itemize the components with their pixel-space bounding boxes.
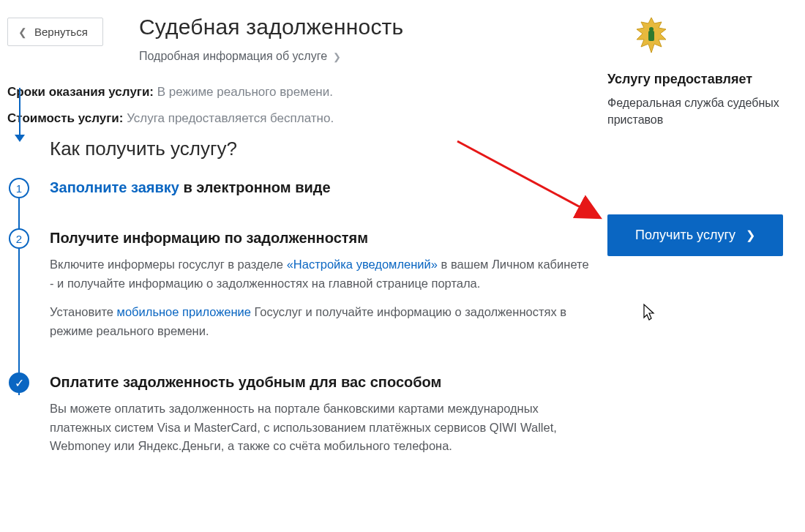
arrow-down-icon	[15, 88, 25, 145]
notification-settings-link[interactable]: «Настройка уведомлений»	[287, 258, 438, 271]
step-2-title: Получите информацию по задолженностям	[50, 230, 593, 247]
provider-name: Федеральная служба судебных приставов	[607, 94, 798, 128]
step-marker-1: 1	[9, 178, 29, 198]
step-3: ✓ Оплатите задолженность удобным для вас…	[50, 374, 593, 456]
chevron-right-icon: ❯	[746, 228, 755, 242]
step-3-title: Оплатите задолженность удобным для вас с…	[50, 374, 593, 391]
step-1-highlight[interactable]: Заполните заявку	[50, 179, 179, 195]
page-title: Судебная задолженность	[139, 15, 593, 40]
svg-rect-0	[648, 31, 654, 41]
mobile-app-link[interactable]: мобильное приложение	[117, 305, 251, 318]
step-marker-2: 2	[9, 228, 29, 249]
chevron-left-icon: ❮	[18, 26, 27, 38]
more-info-link[interactable]: Подробная информация об услуге ❯	[139, 50, 341, 63]
how-title: Как получить услугу?	[50, 138, 593, 160]
step-2-paragraph-1: Включите информеры госуслуг в разделе «Н…	[50, 255, 593, 293]
step-1: 1 Заполните заявку в электронном виде	[50, 179, 593, 196]
step-2: 2 Получите информацию по задолженностям …	[50, 230, 593, 340]
timing-value: В режиме реального времени.	[157, 85, 333, 99]
cta-label: Получить услугу	[635, 228, 735, 243]
provider-heading: Услугу предоставляет	[607, 72, 798, 87]
back-label: Вернуться	[34, 26, 88, 38]
back-button[interactable]: ❮ Вернуться	[7, 18, 103, 46]
step-1-rest: в электронном виде	[179, 179, 331, 195]
provider-emblem-icon	[629, 15, 673, 59]
step-marker-check: ✓	[9, 372, 29, 393]
chevron-right-icon: ❯	[333, 51, 341, 62]
step-2-paragraph-2: Установите мобильное приложение Госуслуг…	[50, 303, 593, 340]
cost-value: Услуга предоставляется бесплатно.	[127, 111, 334, 125]
get-service-button[interactable]: Получить услугу ❯	[607, 214, 783, 256]
timing-label: Сроки оказания услуги:	[7, 85, 154, 99]
step-1-title: Заполните заявку в электронном виде	[50, 179, 593, 196]
service-cost: Стоимость услуги: Услуга предоставляется…	[7, 111, 593, 126]
step-3-paragraph: Вы можете оплатить задолженность на порт…	[50, 400, 593, 456]
svg-point-1	[649, 27, 654, 31]
more-info-label: Подробная информация об услуге	[139, 50, 327, 63]
service-timing: Сроки оказания услуги: В режиме реальног…	[7, 85, 593, 100]
